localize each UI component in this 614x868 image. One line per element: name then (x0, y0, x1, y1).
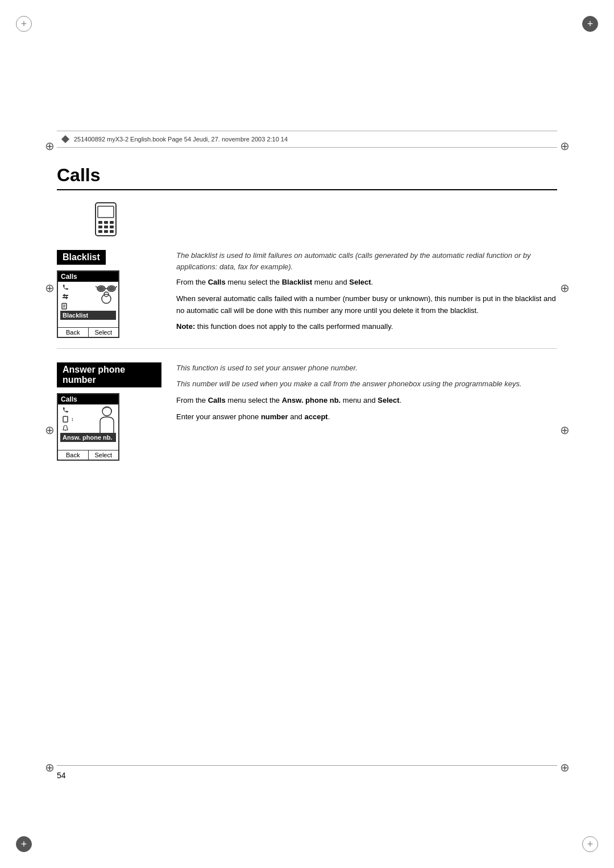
crosshair-top-right: ⊕ (559, 141, 570, 151)
blacklist-calls-bold: Calls (208, 278, 226, 286)
svg-rect-4 (110, 221, 114, 224)
answer-arrow: ↕ (71, 416, 74, 422)
crosshair-mid-right-1: ⊕ (559, 283, 570, 293)
blacklist-screen-footer: Back Select (58, 327, 118, 337)
blacklist-title: Blacklist (57, 250, 106, 265)
menu-icon-arrows (61, 293, 69, 301)
svg-rect-9 (104, 230, 108, 233)
page-title: Calls (57, 165, 557, 190)
blacklist-blacklist-bold: Blacklist (282, 278, 312, 286)
answer-phone-left: Answer phone number Calls (57, 362, 171, 461)
blacklist-phone-screen: Calls (57, 270, 119, 338)
answer-answ-bold: Answ. phone nb. (282, 396, 341, 404)
svg-point-17 (108, 286, 115, 291)
svg-rect-7 (110, 226, 114, 228)
svg-point-18 (102, 294, 111, 303)
corner-mark-br (582, 836, 598, 852)
answer-menu-icon-phone (61, 406, 69, 414)
answer-number-bold: number (261, 412, 288, 421)
person-graphic (97, 406, 117, 435)
answer-menu-icon-bell (61, 424, 69, 432)
answer-enter-text: Enter your answer phone (176, 412, 261, 421)
answer-italic-text-2: This number will be used when you make a… (176, 379, 522, 388)
svg-line-15 (115, 286, 117, 287)
blacklist-select-bold: Select (349, 278, 371, 286)
menu-icon-doc (60, 302, 68, 310)
crosshair-bot-right: ⊕ (559, 762, 570, 773)
answer-desc-3: From the Calls menu select the Answ. pho… (176, 395, 557, 407)
answer-period-2: . (328, 412, 330, 421)
svg-rect-6 (104, 226, 108, 228)
blacklist-screen-header: Calls (58, 272, 118, 282)
crosshair-mid-left-1: ⊕ (44, 283, 55, 293)
answer-select-btn: Select (89, 450, 119, 460)
blacklist-period-1: . (371, 278, 374, 286)
blacklist-menu-and: menu and (312, 278, 349, 286)
svg-rect-2 (98, 221, 102, 224)
answer-select-bold: Select (377, 396, 399, 404)
blacklist-menu-text: menu select the (226, 278, 282, 286)
answer-period-1: . (400, 396, 402, 404)
blacklist-selected-item: Blacklist (60, 311, 116, 320)
answer-accept-bold: accept (304, 412, 327, 421)
answer-back-btn: Back (58, 450, 89, 460)
corner-mark-tr (582, 16, 598, 32)
blacklist-select-btn: Select (89, 328, 119, 337)
crosshair-top-left: ⊕ (44, 141, 55, 151)
answer-desc-4: Enter your answer phone number and accep… (176, 411, 557, 423)
blacklist-desc-italic: The blacklist is used to limit failures … (176, 250, 557, 272)
answer-phone-screen: Calls (57, 393, 119, 461)
answer-screen-footer: Back Select (58, 450, 118, 460)
bottom-rule (57, 765, 557, 766)
blacklist-selected-text: Blacklist (63, 312, 88, 319)
svg-rect-1 (98, 206, 114, 218)
blacklist-right: The blacklist is used to limit failures … (171, 250, 557, 338)
blacklist-left: Blacklist Calls (57, 250, 171, 338)
answer-screen-body: ↕ Answ. phone nb. (58, 404, 118, 450)
corner-mark-bl (16, 836, 32, 852)
crosshair-mid-right-2: ⊕ (559, 425, 570, 435)
svg-line-14 (96, 286, 97, 287)
answer-phone-section: Answer phone number Calls (57, 362, 557, 471)
blacklist-note-text: this function does not apply to the call… (195, 322, 393, 331)
svg-rect-25 (63, 416, 68, 422)
phone-icon-area (57, 202, 557, 239)
svg-point-16 (98, 286, 105, 291)
blacklist-section: Blacklist Calls (57, 250, 557, 349)
answer-desc-italic-2: This number will be used when you make a… (176, 378, 557, 390)
answer-phone-title: Answer phone number (57, 362, 161, 387)
svg-rect-8 (98, 230, 102, 233)
svg-rect-10 (110, 230, 114, 233)
blacklist-desc-2: When several automatic calls failed with… (176, 293, 557, 317)
answer-desc-italic-1: This function is used to set your answer… (176, 362, 557, 374)
blacklist-note-label: Note: (176, 322, 195, 331)
answer-calls-bold: Calls (208, 396, 226, 404)
answer-from-text: From the (176, 396, 208, 404)
content-area: Calls Blacklist Calls (57, 165, 557, 754)
svg-rect-5 (98, 226, 102, 228)
blacklist-desc-1: From the Calls menu select the Blacklist… (176, 277, 557, 289)
blacklist-from-text: From the (176, 278, 208, 286)
blacklist-back-btn: Back (58, 328, 89, 337)
print-header-text: 251400892 myX3-2 English.book Page 54 Je… (74, 136, 288, 143)
print-header: 251400892 myX3-2 English.book Page 54 Je… (57, 131, 557, 148)
sunglasses-graphic (96, 283, 117, 308)
menu-icon-phone (61, 283, 69, 291)
answer-screen-header: Calls (58, 394, 118, 404)
corner-mark-tl (16, 16, 32, 32)
header-diamond (61, 135, 69, 143)
blacklist-screen-body: Blacklist (58, 282, 118, 327)
answer-menu-and: menu and (341, 396, 377, 404)
answer-menu-icon-doc (61, 415, 69, 423)
crosshair-mid-left-2: ⊕ (44, 425, 55, 435)
phone-device-icon (91, 202, 122, 239)
answer-italic-text-1: This function is used to set your answer… (176, 364, 358, 372)
crosshair-bot-left: ⊕ (44, 762, 55, 773)
page-number: 54 (57, 771, 66, 780)
answer-menu-text: menu select the (226, 396, 282, 404)
answer-and-text: and (288, 412, 305, 421)
svg-rect-3 (104, 221, 108, 224)
blacklist-note: Note: this function does not apply to th… (176, 321, 557, 333)
answer-phone-right: This function is used to set your answer… (171, 362, 557, 461)
blacklist-italic-text: The blacklist is used to limit failures … (176, 251, 531, 271)
